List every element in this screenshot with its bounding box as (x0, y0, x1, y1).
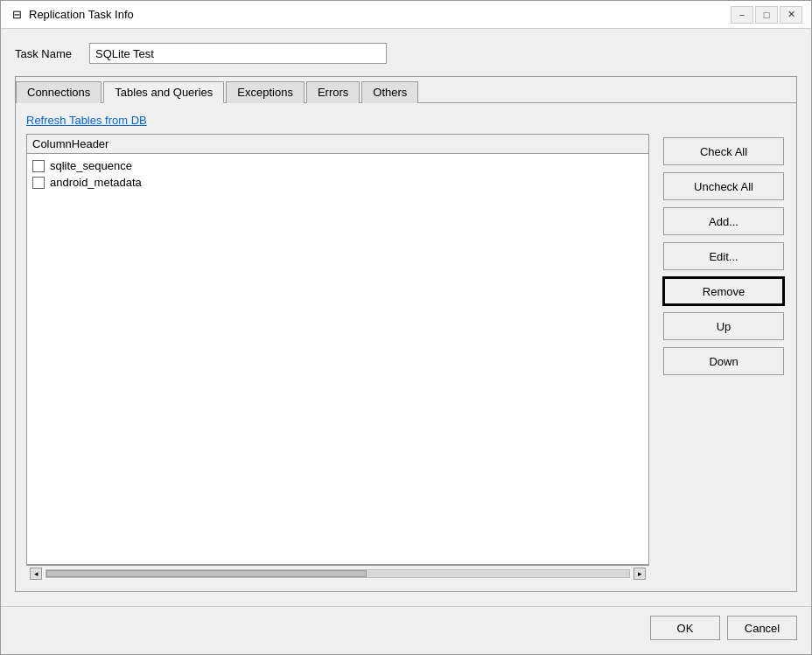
remove-button[interactable]: Remove (663, 277, 784, 305)
scroll-track[interactable] (46, 569, 630, 578)
close-button[interactable]: ✕ (780, 6, 802, 24)
scroll-thumb[interactable] (46, 570, 367, 577)
row-label-android-metadata: android_metadata (50, 176, 142, 189)
cancel-button[interactable]: Cancel (727, 616, 797, 640)
table-column-header: ColumnHeader (27, 135, 648, 154)
title-bar-left: ⊟ Replication Task Info (10, 8, 134, 22)
ok-button[interactable]: OK (650, 616, 720, 640)
add-button[interactable]: Add... (663, 207, 784, 235)
edit-button[interactable]: Edit... (663, 242, 784, 270)
check-all-button[interactable]: Check All (663, 137, 784, 165)
tab-exceptions[interactable]: Exceptions (226, 81, 304, 103)
table-row[interactable]: sqlite_sequence (27, 157, 648, 174)
table-row[interactable]: android_metadata (27, 174, 648, 191)
dialog-content: Task Name Connections Tables and Queries… (1, 29, 811, 606)
scroll-right-arrow[interactable]: ▸ (634, 568, 646, 580)
down-button[interactable]: Down (663, 347, 784, 375)
dialog-footer: OK Cancel (1, 606, 811, 654)
minimize-button[interactable]: − (731, 6, 753, 24)
row-label-sqlite-sequence: sqlite_sequence (50, 159, 132, 172)
tab-others[interactable]: Others (361, 81, 418, 103)
table-body: sqlite_sequence android_metadata (27, 154, 648, 564)
main-window: ⊟ Replication Task Info − □ ✕ Task Name … (0, 0, 812, 655)
row-checkbox-sqlite-sequence[interactable] (32, 160, 45, 172)
table-wrapper: ColumnHeader sqlite_sequence android_met… (26, 134, 649, 565)
tabs-header: Connections Tables and Queries Exception… (16, 77, 796, 103)
row-checkbox-android-metadata[interactable] (32, 177, 45, 189)
table-section: ColumnHeader sqlite_sequence android_met… (26, 134, 649, 581)
scroll-left-arrow[interactable]: ◂ (30, 568, 42, 580)
tab-connections[interactable]: Connections (16, 81, 102, 103)
maximize-button[interactable]: □ (755, 6, 778, 24)
up-button[interactable]: Up (663, 312, 784, 340)
task-name-input[interactable] (89, 43, 387, 64)
tab-body: ColumnHeader sqlite_sequence android_met… (26, 134, 786, 581)
refresh-tables-link[interactable]: Refresh Tables from DB (26, 114, 786, 127)
tab-content-tables-queries: Refresh Tables from DB ColumnHeader sqli… (16, 103, 796, 591)
title-buttons: − □ ✕ (731, 6, 802, 24)
action-buttons-section: Check All Uncheck All Add... Edit... Rem… (663, 134, 786, 581)
app-icon: ⊟ (10, 8, 24, 22)
tab-errors[interactable]: Errors (306, 81, 360, 103)
window-title: Replication Task Info (29, 8, 134, 21)
tab-tables-queries[interactable]: Tables and Queries (103, 81, 224, 103)
task-name-row: Task Name (15, 43, 797, 64)
task-name-label: Task Name (15, 47, 80, 60)
title-bar: ⊟ Replication Task Info − □ ✕ (1, 1, 811, 29)
uncheck-all-button[interactable]: Uncheck All (663, 172, 784, 200)
tabs-container: Connections Tables and Queries Exception… (15, 76, 797, 592)
horizontal-scrollbar[interactable]: ◂ ▸ (26, 565, 649, 581)
